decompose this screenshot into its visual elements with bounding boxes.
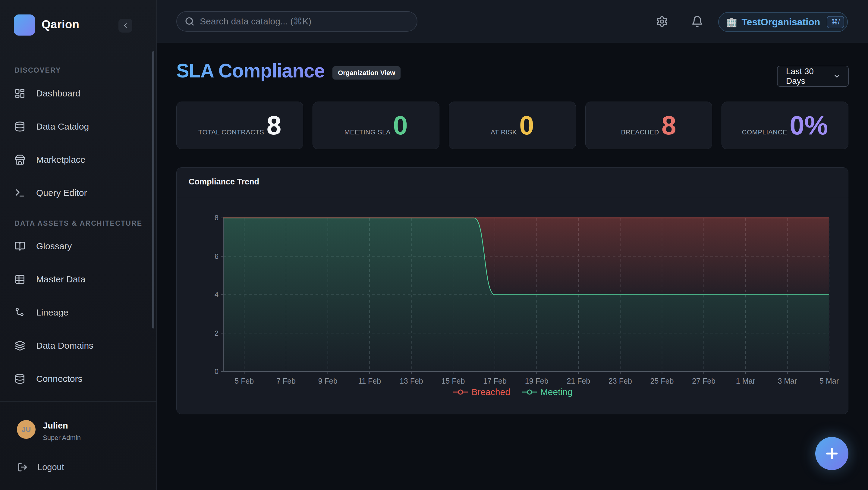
- svg-text:23 Feb: 23 Feb: [609, 377, 632, 385]
- legend-line-icon: [522, 388, 537, 396]
- sidebar-item-glossary[interactable]: Glossary: [0, 235, 156, 257]
- lineage-route-icon: [14, 307, 25, 318]
- shortcut-badge: ⌘/: [827, 16, 844, 28]
- svg-text:11 Feb: 11 Feb: [358, 377, 381, 385]
- sidebar-item-label: Connectors: [36, 374, 82, 384]
- date-range-value: Last 30 Days: [786, 67, 833, 86]
- sidebar-item-label: Dashboard: [36, 88, 81, 98]
- stat-label: TOTAL CONTRACTS: [198, 128, 264, 136]
- stat-label: MEETING SLA: [344, 128, 391, 136]
- sidebar-item-query-editor[interactable]: Query Editor: [0, 182, 156, 204]
- brand-name: Qarion: [41, 18, 79, 31]
- search-input[interactable]: [200, 16, 409, 27]
- compliance-trend-card: Compliance Trend 024685 Feb7 Feb9 Feb11 …: [176, 167, 848, 415]
- stat-value: 8: [267, 112, 281, 139]
- svg-text:17 Feb: 17 Feb: [483, 377, 507, 385]
- chevron-down-icon: [833, 72, 841, 80]
- logout-icon: [18, 462, 28, 472]
- svg-text:21 Feb: 21 Feb: [567, 377, 590, 385]
- database-icon: [14, 121, 25, 132]
- terminal-icon: [14, 187, 25, 198]
- svg-text:8: 8: [215, 214, 218, 222]
- sidebar-item-data-domains[interactable]: Data Domains: [0, 335, 156, 357]
- svg-text:7 Feb: 7 Feb: [276, 377, 296, 385]
- stats-row: TOTAL CONTRACTS8 MEETING SLA0 AT RISK0 B…: [176, 101, 848, 149]
- store-icon: [14, 154, 25, 165]
- logout-label: Logout: [37, 462, 64, 472]
- svg-text:3 Mar: 3 Mar: [778, 377, 797, 385]
- stat-label: AT RISK: [491, 128, 517, 136]
- svg-text:5 Feb: 5 Feb: [235, 377, 254, 385]
- stat-card-breached: BREACHED8: [585, 101, 712, 149]
- book-open-icon: [14, 241, 25, 252]
- stat-card-total-contracts: TOTAL CONTRACTS8: [176, 101, 303, 149]
- sidebar-collapse-button[interactable]: [119, 19, 132, 33]
- page-title: SLA Compliance: [176, 60, 324, 82]
- stat-label: COMPLIANCE: [742, 128, 787, 136]
- stat-card-at-risk: AT RISK0: [449, 101, 576, 149]
- section-label-discovery: DISCOVERY: [14, 66, 61, 74]
- add-button[interactable]: [815, 437, 848, 470]
- sidebar-item-label: Lineage: [36, 307, 68, 318]
- legend-item-meeting[interactable]: Meeting: [522, 387, 572, 397]
- sidebar-item-dashboard[interactable]: Dashboard: [0, 83, 156, 104]
- chart-title: Compliance Trend: [189, 177, 259, 187]
- sidebar-item-label: Marketplace: [36, 155, 85, 165]
- svg-text:5 Mar: 5 Mar: [819, 377, 839, 385]
- legend-label: Meeting: [540, 387, 572, 397]
- settings-button[interactable]: [656, 16, 668, 28]
- organisation-switcher[interactable]: 🏢 TestOrganisation ⌘/: [718, 12, 848, 32]
- search-box[interactable]: [176, 11, 417, 32]
- svg-text:15 Feb: 15 Feb: [441, 377, 465, 385]
- app-logo: [14, 14, 35, 36]
- sidebar-item-connectors[interactable]: Connectors: [0, 368, 156, 390]
- user-role: Super Admin: [43, 434, 81, 442]
- svg-text:6: 6: [215, 252, 218, 261]
- sidebar-item-label: Data Domains: [36, 340, 93, 351]
- stat-value: 0%: [789, 112, 828, 139]
- avatar[interactable]: JU: [17, 420, 36, 439]
- stat-card-meeting-sla: MEETING SLA0: [313, 101, 439, 149]
- search-icon: [185, 17, 194, 26]
- svg-text:2: 2: [215, 329, 218, 337]
- sidebar-item-label: Glossary: [36, 241, 72, 251]
- layout-dashboard-icon: [14, 88, 25, 99]
- sidebar-item-label: Data Catalog: [36, 121, 89, 132]
- svg-text:9 Feb: 9 Feb: [318, 377, 338, 385]
- sidebar-item-marketplace[interactable]: Marketplace: [0, 149, 156, 171]
- svg-text:1 Mar: 1 Mar: [736, 377, 755, 385]
- layers-icon: [14, 340, 25, 351]
- section-label-data-assets: DATA ASSETS & ARCHITECTURE: [14, 219, 142, 227]
- svg-text:19 Feb: 19 Feb: [525, 377, 549, 385]
- sidebar-item-label: Master Data: [36, 274, 85, 284]
- table-icon: [14, 274, 25, 285]
- view-scope-badge: Organization View: [333, 66, 401, 80]
- gear-icon: [656, 16, 668, 28]
- sidebar-divider: [0, 401, 157, 402]
- sidebar: Qarion DISCOVERY Dashboard Data Catalog …: [0, 0, 157, 490]
- bell-icon: [691, 16, 704, 28]
- legend-label: Breached: [471, 387, 510, 397]
- legend-line-icon: [453, 388, 468, 396]
- building-icon: 🏢: [726, 17, 737, 27]
- stat-label: BREACHED: [621, 128, 659, 136]
- sidebar-item-data-catalog[interactable]: Data Catalog: [0, 116, 156, 137]
- sidebar-item-lineage[interactable]: Lineage: [0, 302, 156, 323]
- legend-item-breached[interactable]: Breached: [453, 387, 510, 397]
- sidebar-item-master-data[interactable]: Master Data: [0, 269, 156, 290]
- notifications-button[interactable]: [691, 16, 704, 28]
- svg-text:4: 4: [215, 290, 218, 299]
- svg-text:25 Feb: 25 Feb: [650, 377, 674, 385]
- svg-text:13 Feb: 13 Feb: [400, 377, 423, 385]
- stat-card-compliance: COMPLIANCE0%: [721, 101, 848, 149]
- chart-legend: Breached Meeting: [177, 387, 849, 397]
- chevron-left-icon: [121, 22, 129, 30]
- page-header: SLA Compliance Organization View: [176, 60, 401, 82]
- logout-button[interactable]: Logout: [14, 459, 141, 475]
- organisation-name: TestOrganisation: [741, 17, 820, 28]
- stat-value: 8: [661, 112, 676, 139]
- stat-value: 0: [393, 112, 408, 139]
- user-name: Julien: [43, 421, 68, 431]
- svg-text:0: 0: [215, 367, 218, 375]
- date-range-select[interactable]: Last 30 Days: [777, 66, 849, 87]
